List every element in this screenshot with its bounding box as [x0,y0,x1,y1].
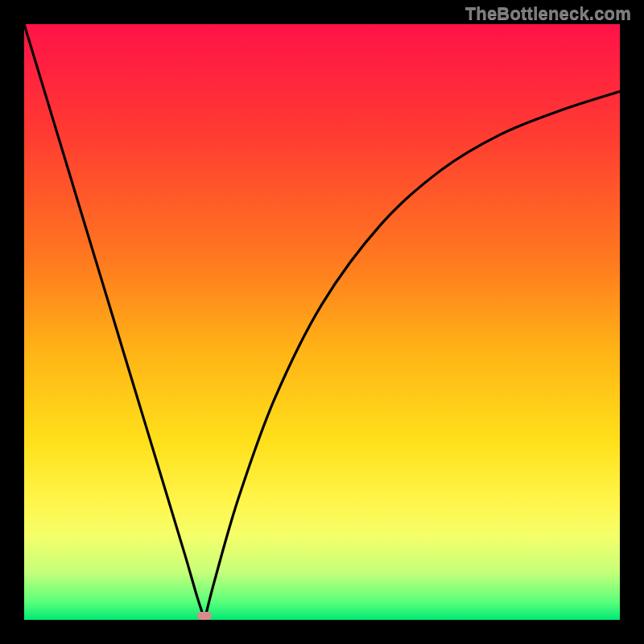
bottleneck-plot-area [24,24,620,620]
chart-frame: TheBottleneck.com [0,0,644,644]
bottleneck-curve [24,24,620,620]
watermark-text: TheBottleneck.com [465,3,631,24]
curve-layer [24,24,620,620]
